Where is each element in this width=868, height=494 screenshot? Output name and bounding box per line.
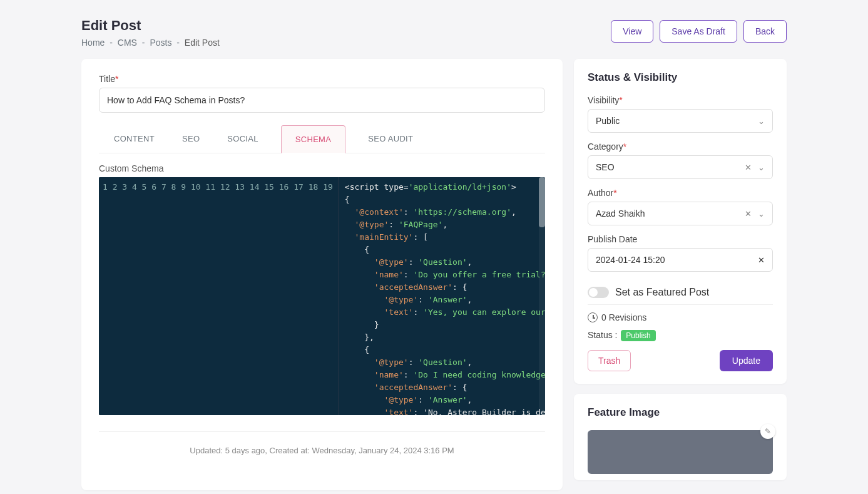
pencil-icon: ✎: [765, 427, 771, 436]
status-visibility-title: Status & Visibility: [588, 71, 773, 84]
code-content[interactable]: <script type='application/ld+json'> { '@…: [339, 177, 545, 415]
trash-button[interactable]: Trash: [588, 350, 631, 371]
breadcrumb-home[interactable]: Home: [81, 38, 105, 48]
visibility-label: Visibility*: [588, 95, 773, 105]
code-editor[interactable]: 1 2 3 4 5 6 7 8 9 10 11 12 13 14 15 16 1…: [99, 177, 545, 415]
category-label: Category*: [588, 142, 773, 152]
featured-label: Set as Featured Post: [615, 287, 709, 298]
clear-icon[interactable]: ✕: [745, 209, 752, 219]
status-badge: Publish: [621, 330, 655, 341]
scrollbar[interactable]: [539, 177, 545, 415]
line-gutter: 1 2 3 4 5 6 7 8 9 10 11 12 13 14 15 16 1…: [99, 177, 339, 415]
chevron-down-icon: ⌄: [758, 116, 765, 126]
feature-image[interactable]: ✎: [588, 430, 773, 474]
title-input[interactable]: [99, 88, 545, 113]
edit-image-button[interactable]: ✎: [760, 424, 775, 439]
tab-social[interactable]: SOCIAL: [222, 125, 263, 153]
history-icon: [588, 312, 598, 322]
breadcrumb-current: Edit Post: [185, 38, 220, 48]
tab-seo-audit[interactable]: SEO AUDIT: [363, 125, 418, 153]
breadcrumb: Home - CMS - Posts - Edit Post: [81, 38, 220, 48]
clear-icon[interactable]: ✕: [758, 255, 765, 265]
status-label: Status :: [588, 330, 617, 340]
update-button[interactable]: Update: [720, 350, 773, 371]
resize-handle[interactable]: ⋰: [538, 408, 544, 414]
feature-image-title: Feature Image: [588, 406, 773, 419]
publish-date-label: Publish Date: [588, 234, 773, 244]
author-select[interactable]: Azad Shaikh ✕⌄: [588, 202, 773, 225]
chevron-down-icon: ⌄: [758, 163, 765, 172]
tab-seo[interactable]: SEO: [177, 125, 205, 153]
author-label: Author*: [588, 188, 773, 198]
publish-date-input[interactable]: 2024-01-24 15:20 ✕: [588, 248, 773, 272]
tab-schema[interactable]: SCHEMA: [281, 125, 345, 153]
clear-icon[interactable]: ✕: [745, 163, 752, 172]
breadcrumb-posts[interactable]: Posts: [150, 38, 171, 48]
view-button[interactable]: View: [611, 20, 653, 43]
tabs: CONTENT SEO SOCIAL SCHEMA SEO AUDIT: [99, 125, 545, 153]
footer-meta: Updated: 5 days ago, Created at: Wednesd…: [99, 431, 545, 460]
featured-toggle[interactable]: [588, 287, 609, 298]
tab-content[interactable]: CONTENT: [109, 125, 160, 153]
page-title: Edit Post: [81, 18, 220, 34]
breadcrumb-cms[interactable]: CMS: [118, 38, 137, 48]
category-select[interactable]: SEO ✕⌄: [588, 155, 773, 179]
save-draft-button[interactable]: Save As Draft: [660, 20, 737, 43]
chevron-down-icon: ⌄: [758, 209, 765, 219]
visibility-select[interactable]: Public ⌄: [588, 109, 773, 133]
revisions-link[interactable]: 0 Revisions: [588, 305, 773, 330]
custom-schema-label: Custom Schema: [99, 163, 545, 173]
title-label: Title*: [99, 74, 545, 84]
back-button[interactable]: Back: [743, 20, 787, 43]
